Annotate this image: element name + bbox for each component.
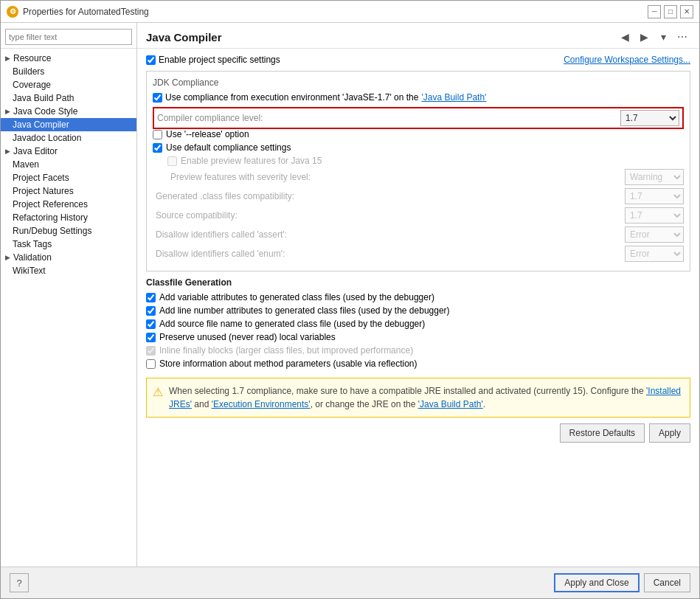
inline-finally-row: Inline finally blocks (larger class file…: [146, 345, 690, 356]
cancel-button[interactable]: Cancel: [644, 573, 690, 592]
generated-class-select[interactable]: 1.7 1.8: [625, 188, 684, 204]
disallow-enum-label: Disallow identifiers called 'enum':: [153, 249, 625, 259]
inline-finally-checkbox[interactable]: [146, 346, 156, 356]
jdk-compliance-title: JDK Compliance: [153, 77, 684, 88]
add-line-number-checkbox[interactable]: [146, 306, 156, 316]
window-icon: ⚙: [7, 6, 18, 18]
source-compat-row: Source compatibility: 1.7 1.8: [153, 207, 684, 224]
use-release-checkbox[interactable]: [153, 130, 162, 139]
disallow-assert-row: Disallow identifiers called 'assert': Er…: [153, 226, 684, 243]
use-release-row: Use '--release' option: [153, 129, 684, 139]
sidebar-item-java-code-style[interactable]: ▶ Java Code Style: [1, 105, 136, 118]
compliance-level-label: Compiler compliance level:: [157, 113, 620, 123]
sidebar-item-maven[interactable]: Maven: [1, 158, 136, 171]
preserve-unused-checkbox[interactable]: [146, 333, 156, 342]
use-default-compliance-checkbox[interactable]: [153, 143, 162, 153]
expand-arrow-resource: ▶: [5, 55, 10, 62]
minimize-button[interactable]: ─: [648, 5, 661, 18]
maximize-button[interactable]: □: [664, 5, 677, 18]
sidebar-item-run-debug-settings[interactable]: Run/Debug Settings: [1, 224, 136, 238]
title-bar-left: ⚙ Properties for AutomatedTesting: [7, 6, 149, 18]
sidebar-item-validation[interactable]: ▶ Validation: [1, 251, 136, 264]
apply-and-close-button[interactable]: Apply and Close: [554, 573, 639, 592]
add-source-file-checkbox[interactable]: [146, 319, 156, 329]
enable-specific-row: Enable project specific settings Configu…: [146, 55, 690, 65]
enable-preview-checkbox[interactable]: [167, 156, 177, 166]
disallow-enum-row: Disallow identifiers called 'enum': Erro…: [153, 246, 684, 262]
enable-specific-checkbox[interactable]: [146, 55, 156, 65]
generated-class-label: Generated .class files compatibility:: [153, 191, 625, 201]
disallow-assert-select[interactable]: Error Warning: [625, 226, 684, 243]
jdk-compliance-group: JDK Compliance Use compliance from execu…: [146, 71, 690, 271]
warning-box: ⚠ When selecting 1.7 compliance, make su…: [146, 378, 690, 418]
store-info-row: Store information about method parameter…: [146, 359, 690, 369]
sidebar-item-builders[interactable]: Builders: [1, 65, 136, 78]
preview-severity-row: Preview features with severity level: Wa…: [153, 169, 684, 185]
content-body: Enable project specific settings Configu…: [137, 49, 699, 567]
apply-button[interactable]: Apply: [649, 423, 690, 443]
preview-severity-label: Preview features with severity level:: [153, 172, 625, 182]
add-variable-label: Add variable attributes to generated cla…: [159, 292, 434, 302]
store-info-checkbox[interactable]: [146, 359, 156, 369]
close-button[interactable]: ✕: [680, 5, 693, 18]
preview-severity-select[interactable]: Warning Error Info: [625, 169, 684, 185]
use-compliance-text: Use compliance from execution environmen…: [165, 92, 418, 103]
more-button[interactable]: ⋯: [674, 29, 690, 45]
source-compat-label: Source compatibility:: [153, 210, 625, 221]
restore-defaults-button[interactable]: Restore Defaults: [560, 423, 645, 443]
sidebar-item-coverage[interactable]: Coverage: [1, 78, 136, 91]
forward-button[interactable]: ▶: [636, 29, 652, 45]
sidebar: ▶ Resource Builders Coverage Java Build …: [1, 23, 137, 567]
content-header: Java Compiler ◀ ▶ ▾ ⋯: [137, 23, 699, 49]
use-compliance-row: Use compliance from execution environmen…: [153, 92, 684, 103]
use-compliance-checkbox[interactable]: [153, 93, 162, 103]
compliance-level-inner: Compiler compliance level: 1.7 1.8 11 15: [154, 108, 682, 128]
use-default-compliance-label: Use default compliance settings: [166, 142, 291, 153]
enable-specific-left: Enable project specific settings: [146, 55, 280, 65]
sidebar-item-wikitext[interactable]: WikiText: [1, 264, 136, 277]
bottom-left: ?: [10, 573, 550, 592]
classfile-title: Classfile Generation: [146, 277, 690, 288]
dropdown-button[interactable]: ▾: [655, 29, 671, 45]
preserve-unused-label: Preserve unused (never read) local varia…: [159, 332, 336, 342]
main-window: ⚙ Properties for AutomatedTesting ─ □ ✕ …: [0, 0, 700, 599]
sidebar-item-project-natures[interactable]: Project Natures: [1, 184, 136, 198]
sidebar-item-task-tags[interactable]: Task Tags: [1, 238, 136, 251]
disallow-enum-select[interactable]: Error Warning: [625, 246, 684, 262]
compliance-level-select[interactable]: 1.7 1.8 11 15: [620, 110, 679, 126]
sidebar-item-java-build-path[interactable]: Java Build Path: [1, 91, 136, 105]
back-button[interactable]: ◀: [617, 29, 633, 45]
add-source-file-label: Add source file name to generated class …: [159, 319, 425, 329]
enable-specific-label: Enable project specific settings: [159, 55, 280, 65]
configure-workspace-link[interactable]: Configure Workspace Settings...: [564, 55, 690, 65]
filter-input[interactable]: [5, 29, 132, 45]
use-default-compliance-row: Use default compliance settings: [153, 142, 684, 153]
expand-arrow-code-style: ▶: [5, 108, 10, 115]
compliance-level-row: Compiler compliance level: 1.7 1.8 11 15: [153, 107, 684, 129]
sidebar-item-project-facets[interactable]: Project Facets: [1, 171, 136, 184]
main-content: ▶ Resource Builders Coverage Java Build …: [1, 23, 699, 567]
exec-envs-link[interactable]: 'Execution Environments': [212, 399, 311, 409]
warning-text: When selecting 1.7 compliance, make sure…: [169, 384, 684, 411]
add-variable-checkbox[interactable]: [146, 293, 156, 302]
enable-preview-label: Enable preview features for Java 15: [181, 156, 322, 166]
add-source-file-row: Add source file name to generated class …: [146, 319, 690, 329]
disallow-assert-label: Disallow identifiers called 'assert':: [153, 229, 625, 240]
window-title: Properties for AutomatedTesting: [23, 7, 149, 17]
build-path-warning-link[interactable]: 'Java Build Path': [418, 399, 483, 409]
sidebar-item-refactoring-history[interactable]: Refactoring History: [1, 211, 136, 224]
help-button[interactable]: ?: [10, 573, 29, 592]
generated-class-row: Generated .class files compatibility: 1.…: [153, 188, 684, 204]
inline-finally-label: Inline finally blocks (larger class file…: [159, 345, 413, 356]
sidebar-item-project-references[interactable]: Project References: [1, 198, 136, 211]
sidebar-item-java-editor[interactable]: ▶ Java Editor: [1, 145, 136, 158]
add-line-number-label: Add line number attributes to generated …: [159, 305, 450, 316]
apply-row: Restore Defaults Apply: [146, 423, 690, 443]
source-compat-select[interactable]: 1.7 1.8: [625, 207, 684, 224]
sidebar-item-resource[interactable]: ▶ Resource: [1, 52, 136, 65]
classfile-section: Classfile Generation Add variable attrib…: [146, 277, 690, 369]
sidebar-item-javadoc-location[interactable]: Javadoc Location: [1, 131, 136, 145]
java-build-path-link[interactable]: 'Java Build Path': [421, 92, 486, 103]
sidebar-item-java-compiler[interactable]: Java Compiler: [1, 118, 136, 131]
add-variable-row: Add variable attributes to generated cla…: [146, 292, 690, 302]
